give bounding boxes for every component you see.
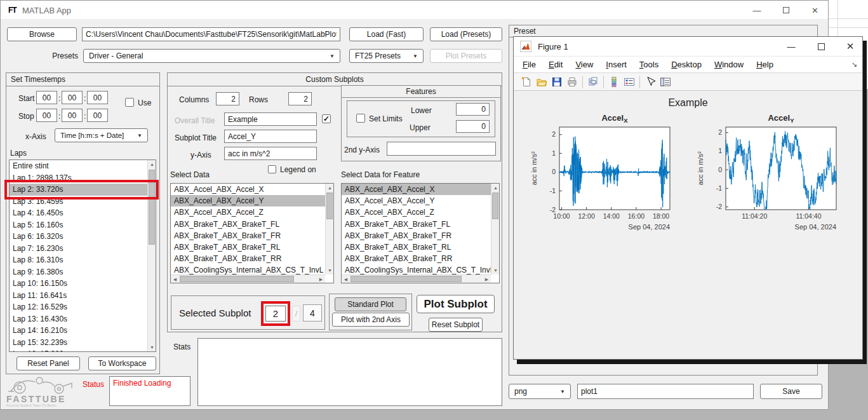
list-item[interactable]: ABX_Accel_ABX_Accel_Z: [342, 207, 491, 218]
horizontal-scrollbar[interactable]: ◀ ▶: [342, 274, 491, 283]
app-maximize-icon[interactable]: [771, 1, 801, 20]
ft25-presets-dropdown[interactable]: FT25 Presets ▼: [349, 49, 424, 63]
list-item[interactable]: ABX_Accel_ABX_Accel_X: [171, 184, 325, 195]
save-icon[interactable]: [549, 76, 564, 88]
scrollbar-thumb[interactable]: [180, 276, 294, 282]
x-axis-dropdown[interactable]: Time [h:m:s + Date] ▼: [55, 128, 148, 142]
list-item[interactable]: Lap 15: 32.239s: [10, 337, 147, 349]
scroll-up-icon[interactable]: ▲: [148, 160, 156, 168]
y-axis-field[interactable]: [224, 147, 317, 160]
horizontal-scrollbar[interactable]: ◀ ▶: [171, 274, 325, 283]
scrollbar-thumb[interactable]: [326, 193, 333, 219]
edit-plot-cursor-icon[interactable]: [643, 76, 658, 88]
list-item[interactable]: Lap 7: 16.230s: [10, 243, 147, 255]
list-item[interactable]: Lap 13: 16.430s: [10, 313, 147, 325]
menu-view[interactable]: View: [569, 57, 599, 73]
select-data-listbox[interactable]: ABX_Accel_ABX_Accel_XABX_Accel_ABX_Accel…: [170, 183, 334, 283]
start-minute-field[interactable]: [62, 91, 83, 104]
use-checkbox[interactable]: [125, 98, 134, 107]
scroll-right-icon[interactable]: ▶: [483, 275, 491, 283]
list-item[interactable]: ABX_Accel_ABX_Accel_Z: [171, 207, 325, 218]
plot-subplot-button[interactable]: Plot Subplot: [417, 295, 495, 313]
menu-tools[interactable]: Tools: [633, 57, 665, 73]
list-item[interactable]: Lap 5: 16.160s: [10, 219, 147, 231]
stop-second-field[interactable]: [87, 109, 108, 122]
presets-dropdown[interactable]: Driver - General ▼: [83, 49, 340, 63]
list-item[interactable]: ABX_BrakeT_ABX_BrakeT_FL: [342, 219, 491, 230]
second-y-axis-field[interactable]: [387, 142, 496, 156]
scroll-left-icon[interactable]: ◀: [171, 275, 179, 283]
app-close-icon[interactable]: ✕: [801, 1, 829, 20]
colorbar-icon[interactable]: [606, 76, 622, 88]
overall-title-checkbox[interactable]: ✓: [322, 114, 331, 123]
reset-panel-button[interactable]: Reset Panel: [17, 356, 80, 370]
list-item[interactable]: Lap 12: 16.529s: [10, 301, 147, 313]
legend-on-checkbox[interactable]: [268, 165, 276, 173]
browse-button[interactable]: Browse: [7, 27, 77, 41]
property-inspector-icon[interactable]: [658, 76, 673, 88]
menu-edit[interactable]: Edit: [542, 57, 569, 73]
scroll-up-icon[interactable]: ▲: [326, 184, 334, 192]
list-item[interactable]: Entire stint: [10, 160, 147, 172]
list-item[interactable]: ABX_BrakeT_ABX_BrakeT_RL: [342, 241, 491, 253]
columns-field[interactable]: [216, 92, 239, 105]
menu-desktop[interactable]: Desktop: [665, 57, 708, 73]
list-item[interactable]: ABX_BrakeT_ABX_BrakeT_RR: [342, 253, 491, 264]
start-hour-field[interactable]: [36, 91, 57, 104]
list-item[interactable]: Lap 11: 16.641s: [10, 290, 147, 302]
figure-close-icon[interactable]: ✕: [839, 37, 861, 56]
upper-field[interactable]: [456, 120, 490, 133]
lower-field[interactable]: [456, 103, 490, 116]
load-presets-button[interactable]: Load (Presets): [430, 27, 502, 41]
new-file-icon[interactable]: [519, 76, 534, 88]
menu-help[interactable]: Help: [750, 57, 780, 73]
set-limits-checkbox[interactable]: [356, 114, 365, 123]
list-item[interactable]: Lap 16: 15.980s: [10, 348, 147, 351]
subplot-title-field[interactable]: [224, 130, 317, 143]
list-item[interactable]: ABX_BrakeT_ABX_BrakeT_FR: [342, 230, 491, 241]
scroll-right-icon[interactable]: ▶: [317, 275, 325, 283]
load-fast-button[interactable]: Load (Fast): [349, 27, 424, 41]
scroll-down-icon[interactable]: ▼: [491, 266, 500, 274]
list-item[interactable]: Lap 4: 16.450s: [10, 207, 147, 219]
list-item[interactable]: ABX_BrakeT_ABX_BrakeT_RR: [171, 253, 325, 264]
scroll-down-icon[interactable]: ▼: [326, 266, 334, 274]
list-item[interactable]: ABX_Accel_ABX_Accel_X: [342, 184, 491, 195]
list-item[interactable]: ABX_Accel_ABX_Accel_Y: [342, 195, 491, 207]
scrollbar-thumb[interactable]: [351, 276, 462, 282]
print-icon[interactable]: [564, 76, 580, 88]
overall-title-field[interactable]: [224, 112, 317, 126]
open-file-icon[interactable]: [534, 76, 549, 88]
figure-maximize-icon[interactable]: [811, 37, 831, 56]
scroll-down-icon[interactable]: ▼: [148, 343, 156, 351]
start-second-field[interactable]: [87, 91, 108, 104]
list-item[interactable]: Lap 6: 16.320s: [10, 231, 147, 243]
scroll-left-icon[interactable]: ◀: [342, 275, 350, 283]
stop-minute-field[interactable]: [62, 109, 83, 122]
stop-hour-field[interactable]: [36, 109, 57, 122]
standard-plot-button[interactable]: Standard Plot: [335, 297, 406, 311]
link-plots-icon[interactable]: [585, 76, 601, 88]
file-path-input[interactable]: [82, 27, 340, 41]
app-minimize-icon[interactable]: —: [742, 1, 771, 20]
to-workspace-button[interactable]: To Workspace: [88, 356, 156, 370]
figure-minimize-icon[interactable]: —: [782, 37, 801, 56]
scrollbar-thumb[interactable]: [492, 193, 498, 219]
export-filename-input[interactable]: [577, 384, 754, 399]
feature-data-listbox[interactable]: ABX_Accel_ABX_Accel_XABX_Accel_ABX_Accel…: [341, 183, 500, 283]
vertical-scrollbar[interactable]: ▲ ▼: [325, 184, 333, 274]
save-button[interactable]: Save: [760, 384, 822, 399]
export-format-dropdown[interactable]: png ▼: [509, 384, 571, 399]
list-item[interactable]: ABX_CoolingSys_Internal_ABX_CS_T_InvL: [342, 264, 491, 274]
list-item[interactable]: Lap 10: 16.150s: [10, 278, 147, 290]
list-item[interactable]: ABX_Accel_ABX_Accel_Y: [171, 195, 325, 207]
list-item[interactable]: Lap 9: 16.380s: [10, 266, 147, 278]
reset-subplot-button[interactable]: Reset Subplot: [429, 318, 483, 332]
menu-file[interactable]: File: [516, 57, 542, 73]
plot-with-2nd-axis-button[interactable]: Plot with 2nd Axis: [332, 313, 410, 327]
list-item[interactable]: ABX_BrakeT_ABX_BrakeT_FR: [171, 230, 325, 241]
list-item[interactable]: Lap 8: 16.310s: [10, 254, 147, 266]
vertical-scrollbar[interactable]: ▲ ▼: [491, 184, 499, 274]
legend-icon[interactable]: [622, 76, 637, 88]
list-item[interactable]: ABX_BrakeT_ABX_BrakeT_RL: [171, 241, 325, 253]
